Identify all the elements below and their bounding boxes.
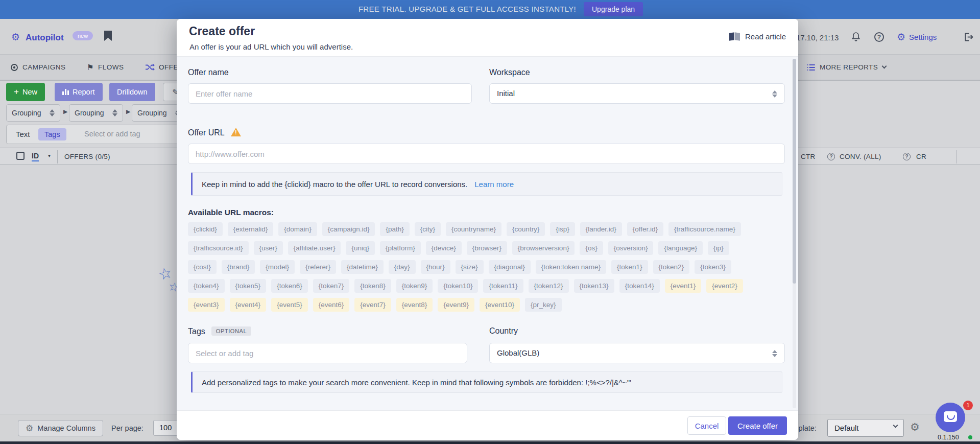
macro-chip[interactable]: {country}: [507, 222, 545, 236]
macro-chip[interactable]: {countryname}: [446, 222, 501, 236]
template-select[interactable]: Default: [827, 419, 904, 437]
drilldown-button[interactable]: Drilldown: [109, 83, 155, 101]
macro-chip[interactable]: {language}: [658, 241, 703, 255]
offer-name-input[interactable]: [188, 83, 472, 104]
country-select[interactable]: Global(GLB): [489, 343, 785, 363]
ctr-column-header[interactable]: CTR: [801, 153, 816, 160]
macro-chip[interactable]: {diagonal}: [489, 260, 531, 274]
macro-chip[interactable]: {token3}: [695, 260, 731, 274]
macro-chip[interactable]: {event6}: [313, 298, 350, 312]
macro-chip[interactable]: {domain}: [278, 222, 317, 236]
conv-column-header[interactable]: CONV. (ALL): [840, 153, 881, 160]
macro-chip[interactable]: {token:token name}: [536, 260, 606, 274]
macro-chip[interactable]: {trafficsource.id}: [188, 241, 249, 255]
offer-url-input[interactable]: [188, 144, 785, 164]
macro-chip[interactable]: {isp}: [550, 222, 575, 236]
macro-chip[interactable]: {token9}: [396, 279, 433, 293]
autopilot-link[interactable]: Autopilot: [26, 33, 64, 43]
read-article-link[interactable]: Read article: [729, 32, 786, 41]
tags-input[interactable]: [188, 343, 467, 363]
help-icon[interactable]: [874, 32, 884, 42]
cancel-button[interactable]: Cancel: [687, 416, 726, 435]
scrollbar-thumb[interactable]: [793, 59, 796, 284]
new-button[interactable]: New: [6, 83, 45, 101]
macro-chip[interactable]: {token7}: [313, 279, 350, 293]
macro-chip[interactable]: {affiliate.user}: [288, 241, 341, 255]
macro-chip[interactable]: {platform}: [380, 241, 421, 255]
filter-mode-tags[interactable]: Tags: [38, 128, 66, 141]
macro-chip[interactable]: {size}: [456, 260, 484, 274]
template-settings-icon[interactable]: ⚙: [910, 421, 920, 433]
create-offer-button[interactable]: Create offer: [728, 416, 787, 435]
macro-chip[interactable]: {pr_key}: [525, 298, 562, 312]
cr-column-header[interactable]: CR: [916, 153, 926, 160]
macro-chip[interactable]: {externalid}: [228, 222, 274, 236]
macro-chip[interactable]: {event3}: [188, 298, 225, 312]
macro-chip[interactable]: {osversion}: [608, 241, 654, 255]
chat-widget-button[interactable]: [936, 403, 965, 432]
workspace-select[interactable]: Initial: [489, 83, 785, 104]
settings-button[interactable]: ⚙ Settings: [897, 32, 937, 42]
macro-chip[interactable]: {os}: [580, 241, 603, 255]
macro-chip[interactable]: {referer}: [300, 260, 336, 274]
info-icon[interactable]: [903, 153, 911, 160]
macro-chip[interactable]: {model}: [260, 260, 295, 274]
macro-chip[interactable]: {event10}: [480, 298, 520, 312]
macro-chip[interactable]: {token2}: [653, 260, 690, 274]
macro-chip[interactable]: {clickid}: [188, 222, 223, 236]
bookmark-icon[interactable]: [104, 31, 112, 41]
macro-chip[interactable]: {token8}: [354, 279, 391, 293]
macro-chip[interactable]: {lander.id}: [580, 222, 622, 236]
tab-flows[interactable]: ⚑ FLOWS: [87, 55, 124, 80]
macro-chip[interactable]: {token6}: [271, 279, 308, 293]
select-all-checkbox[interactable]: [16, 152, 25, 160]
report-button[interactable]: Report: [55, 83, 103, 101]
macro-chip[interactable]: {device}: [426, 241, 462, 255]
macro-chip[interactable]: {offer.id}: [627, 222, 663, 236]
upgrade-plan-button[interactable]: Upgrade plan: [584, 2, 643, 16]
modal-scrollbar[interactable]: [793, 59, 796, 408]
id-column-header[interactable]: ID: [32, 152, 39, 161]
macro-chip[interactable]: {token14}: [619, 279, 660, 293]
macro-chip[interactable]: {user}: [254, 241, 283, 255]
macro-chip[interactable]: {datetime}: [341, 260, 384, 274]
macro-chip[interactable]: {token12}: [529, 279, 569, 293]
macro-chip[interactable]: {hour}: [421, 260, 450, 274]
macro-chip[interactable]: {campaign.id}: [322, 222, 375, 236]
macro-chip[interactable]: {event5}: [271, 298, 308, 312]
bell-icon[interactable]: [851, 31, 861, 44]
macro-chip[interactable]: {event4}: [230, 298, 267, 312]
tab-campaigns[interactable]: CAMPAIGNS: [10, 55, 66, 80]
macro-chip[interactable]: {day}: [389, 260, 416, 274]
grouping-select-2[interactable]: Grouping: [69, 104, 123, 122]
macro-chip[interactable]: {token5}: [230, 279, 267, 293]
macro-chip[interactable]: {token13}: [574, 279, 614, 293]
macro-chip[interactable]: {token1}: [611, 260, 648, 274]
macro-chip[interactable]: {event7}: [354, 298, 391, 312]
macro-chip[interactable]: {browser}: [467, 241, 507, 255]
offers-column-header[interactable]: OFFERS (0/5): [64, 153, 110, 160]
info-icon[interactable]: [827, 153, 835, 160]
macro-chip[interactable]: {event9}: [438, 298, 474, 312]
macro-chip[interactable]: {event8}: [396, 298, 433, 312]
macro-chip[interactable]: {cost}: [188, 260, 217, 274]
logout-icon[interactable]: [963, 32, 974, 44]
macro-chip[interactable]: {token10}: [438, 279, 478, 293]
learn-more-link[interactable]: Learn more: [474, 180, 514, 189]
macro-chip[interactable]: {browserversion}: [512, 241, 575, 255]
filter-mode-text[interactable]: Text: [16, 130, 30, 138]
macro-chip[interactable]: {token4}: [188, 279, 225, 293]
macro-chip[interactable]: {city}: [415, 222, 441, 236]
more-reports-button[interactable]: MORE REPORTS: [807, 55, 886, 80]
macro-chip[interactable]: {ip}: [708, 241, 729, 255]
macro-chip[interactable]: {trafficsource.name}: [668, 222, 741, 236]
macro-chip[interactable]: {event1}: [665, 279, 702, 293]
tag-filter-input[interactable]: Select or add tag: [84, 130, 140, 138]
macro-chip[interactable]: {brand}: [222, 260, 255, 274]
grouping-select-1[interactable]: Grouping: [6, 104, 60, 122]
macro-chip[interactable]: {uniq}: [346, 241, 375, 255]
macro-chip[interactable]: {token11}: [483, 279, 523, 293]
macro-chip[interactable]: {path}: [380, 222, 409, 236]
manage-columns-button[interactable]: ⚙ Manage Columns: [18, 420, 103, 436]
macro-chip[interactable]: {event2}: [706, 279, 743, 293]
